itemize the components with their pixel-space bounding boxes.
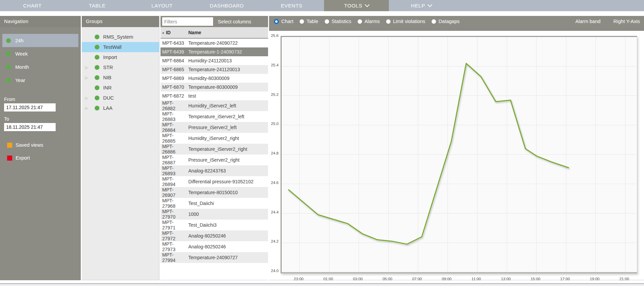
y-axis-tick-label: 25.6 xyxy=(269,34,279,38)
menu-item-dashboard[interactable]: DASHBOARD xyxy=(194,0,259,11)
table-row[interactable]: MPT-279701000 xyxy=(160,209,268,220)
menu-item-events[interactable]: EVENTS xyxy=(259,0,324,11)
table-row[interactable]: MPT-6870Temperature-80300009 xyxy=(160,83,268,91)
x-axis-tick-label: 13:00 xyxy=(496,277,515,281)
table-row[interactable]: MPT-26887Pressure_iServer2_right xyxy=(160,155,268,165)
group-status-dot xyxy=(95,96,99,100)
expand-arrow-icon[interactable]: ▷ xyxy=(85,62,88,73)
group-item-import[interactable]: Import xyxy=(82,52,159,62)
table-row[interactable]: MPT-27971Test_Daiichi3 xyxy=(160,220,268,230)
table-row[interactable]: MPT-27994Temperature-24090727 xyxy=(160,252,268,263)
cell-id: MPT-27970 xyxy=(162,209,187,220)
chart-plot-area[interactable] xyxy=(281,36,637,273)
y-axis-tick-label: 24.4 xyxy=(269,210,279,214)
table-row[interactable]: MPT-26886Temperature_iServer2_right xyxy=(160,144,268,155)
table-row[interactable]: MPT-26884Pressure_iServer2_left xyxy=(160,122,268,133)
group-label: TestWall xyxy=(103,44,121,50)
navigation-actions: Saved viewsExport xyxy=(0,139,81,164)
time-range-month[interactable]: Month xyxy=(0,60,81,74)
to-datetime-input[interactable] xyxy=(4,123,56,131)
column-header-name[interactable]: Name xyxy=(188,30,201,35)
menu-item-tools[interactable]: TOOLS xyxy=(324,0,389,11)
range-status-dot xyxy=(6,78,11,83)
group-item-laa[interactable]: ▷LAA xyxy=(82,103,159,113)
export-button[interactable]: Export xyxy=(0,151,81,164)
group-item-testwall[interactable]: TestWall xyxy=(82,42,159,52)
cell-name: Temperature-24090727 xyxy=(188,254,258,261)
view-radio-chart[interactable]: Chart xyxy=(274,19,293,24)
cell-name: Pressure_iServer2_right xyxy=(188,156,258,164)
alarm-band-button[interactable]: Alarm band xyxy=(575,19,601,24)
expand-arrow-icon[interactable]: ▷ xyxy=(85,73,88,83)
table-row[interactable]: MPT-27972Analog-80250246 xyxy=(160,230,268,241)
cell-id: MPT-27972 xyxy=(162,230,187,241)
from-datetime-input[interactable] xyxy=(4,103,56,111)
action-label: Saved views xyxy=(16,142,43,148)
time-range-label: Week xyxy=(15,51,28,57)
table-row[interactable]: MPT-6869Humidity-80300009 xyxy=(160,74,268,83)
cell-id: MPT-27971 xyxy=(162,220,187,230)
group-item-rms_system[interactable]: RMS_System xyxy=(82,32,159,42)
filter-input[interactable] xyxy=(162,17,213,26)
from-label: From xyxy=(4,97,81,102)
group-item-nib[interactable]: ▷NIB xyxy=(82,73,159,83)
time-range-week[interactable]: Week xyxy=(0,47,81,60)
chart-view-radio-group: ChartTableStatisticsAlarmsLimit violatio… xyxy=(274,19,466,24)
view-radio-statistics[interactable]: Statistics xyxy=(325,19,351,24)
group-status-dot xyxy=(95,106,99,110)
saved-views-button[interactable]: Saved views xyxy=(0,139,81,151)
menu-item-layout[interactable]: LAYOUT xyxy=(130,0,194,11)
table-row[interactable]: MPT-26885Humidity_iServer2_right xyxy=(160,133,268,144)
group-item-inr[interactable]: INR xyxy=(82,83,159,93)
table-row[interactable]: MPT-27968Test_Daiichi xyxy=(160,198,268,209)
table-row[interactable]: MPT-26907Temperature-80150010 xyxy=(160,187,268,198)
x-axis-tick-label: 17:00 xyxy=(555,277,574,281)
table-row[interactable]: MPT-6439Temperature-1-24090732 xyxy=(160,47,268,56)
group-item-str[interactable]: ▷STR xyxy=(82,62,159,73)
saved-views-icon xyxy=(7,143,12,148)
menu-item-label: DASHBOARD xyxy=(210,3,244,8)
temperature-line-chart xyxy=(282,37,637,272)
menu-item-label: HELP xyxy=(411,3,425,8)
table-row[interactable]: MPT-27973Analog-80250246 xyxy=(160,241,268,252)
cell-name: Analog-82243763 xyxy=(188,167,258,175)
cell-name: Differential pressure-91052102 xyxy=(188,178,258,185)
chevron-down-icon xyxy=(428,2,432,7)
y-axis-tick-label: 24.2 xyxy=(269,239,279,243)
table-row[interactable]: MPT-6872test xyxy=(160,91,268,100)
menu-item-help[interactable]: HELP xyxy=(389,0,454,11)
x-axis-tick-label: 07:00 xyxy=(408,277,427,281)
cell-id: MPT-26883 xyxy=(162,111,187,122)
time-range-label: Year xyxy=(15,78,25,83)
expand-arrow-icon[interactable]: ▷ xyxy=(85,103,88,113)
menu-item-chart[interactable]: CHART xyxy=(0,0,65,11)
cell-name: Humidity-241120013 xyxy=(188,57,258,64)
sort-ascending-icon[interactable]: ▲ xyxy=(162,31,165,34)
view-radio-limit-violations[interactable]: Limit violations xyxy=(386,19,425,24)
column-header-id[interactable]: ID xyxy=(166,30,171,35)
group-item-duc[interactable]: ▷DUC xyxy=(82,93,159,103)
table-row[interactable]: MPT-6864Humidity-241120013 xyxy=(160,56,268,65)
view-radio-alarms[interactable]: Alarms xyxy=(358,19,380,24)
table-row[interactable]: MPT-26894Differential pressure-91052102 xyxy=(160,176,268,187)
table-row[interactable]: MPT-6865Temperature-241120013 xyxy=(160,65,268,74)
select-columns-button[interactable]: Select columns xyxy=(218,19,251,24)
right-y-axis-button[interactable]: Right Y-Axis xyxy=(613,19,640,24)
table-row[interactable]: MPT-26883Temperature_iServer2_left xyxy=(160,111,268,122)
table-row[interactable]: MPT-26882Humidity_iServer2_left xyxy=(160,100,268,111)
group-label: INR xyxy=(103,85,112,90)
table-row[interactable]: MPT-6433Temperature-24090722 xyxy=(160,39,268,47)
cell-name: 1000 xyxy=(188,210,258,218)
table-row[interactable]: MPT-26893Analog-82243763 xyxy=(160,165,268,176)
expand-arrow-icon[interactable]: ▷ xyxy=(85,93,88,103)
view-radio-table[interactable]: Table xyxy=(300,19,318,24)
time-range-24h[interactable]: 24h xyxy=(2,34,78,47)
cell-id: MPT-6865 xyxy=(162,67,187,72)
table-header-row: ▲ ID Name xyxy=(160,27,268,39)
cell-id: MPT-27994 xyxy=(162,252,187,263)
view-radio-datagaps[interactable]: Datagaps xyxy=(432,19,459,24)
cell-id: MPT-26907 xyxy=(162,187,187,198)
radio-icon xyxy=(325,19,329,24)
time-range-year[interactable]: Year xyxy=(0,74,81,87)
menu-item-table[interactable]: TABLE xyxy=(65,0,130,11)
